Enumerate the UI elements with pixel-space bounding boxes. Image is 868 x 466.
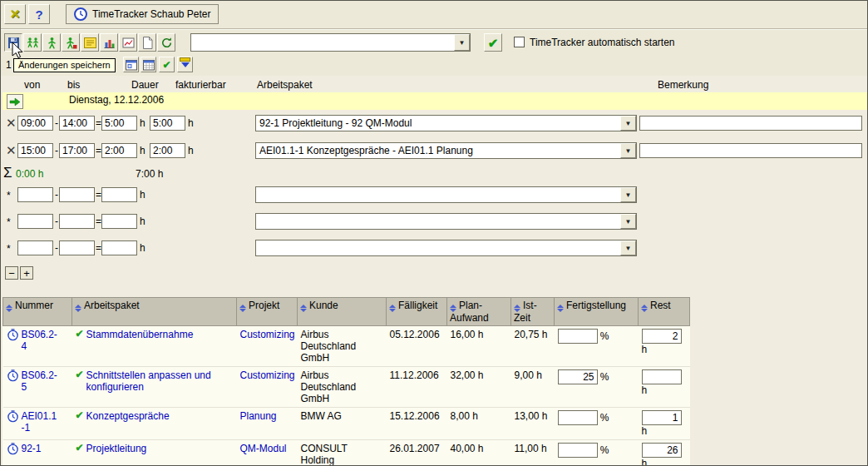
fakturierbar-input[interactable] [150, 116, 185, 131]
stop-recording-button[interactable] [62, 33, 80, 52]
dropdown-arrow-icon[interactable]: ▼ [620, 187, 636, 202]
notes-button[interactable] [81, 33, 99, 52]
arbeitspaket-select[interactable]: ▼ [255, 213, 637, 230]
autostart-label[interactable]: TimeTracker automatisch starten [530, 37, 675, 48]
von-input[interactable] [17, 187, 53, 202]
dropdown-arrow-icon[interactable]: ▼ [620, 214, 636, 229]
sort-icon[interactable] [641, 305, 648, 312]
header-arbeitspaket[interactable]: Arbeitspaket [72, 298, 237, 326]
project-link[interactable]: Customizing [240, 369, 295, 381]
bis-input[interactable] [59, 240, 95, 255]
apply-button[interactable]: ✔ [159, 57, 175, 72]
chart-button[interactable] [100, 33, 118, 52]
bis-input[interactable] [59, 214, 95, 229]
expand-all-button[interactable] [177, 57, 193, 72]
bis-input[interactable] [59, 116, 95, 131]
arbeitspaket-select[interactable]: ▼ [255, 186, 637, 203]
report-button[interactable] [119, 33, 137, 52]
project-link[interactable]: Planung [240, 410, 277, 422]
sort-icon[interactable] [75, 305, 81, 312]
dauer-input[interactable] [101, 187, 137, 202]
book-check-icon[interactable]: ✔ [76, 443, 84, 454]
book-check-icon[interactable]: ✔ [76, 369, 84, 380]
week-view-button[interactable] [141, 57, 156, 72]
header-plan-aufwand[interactable]: Plan-Aufwand [447, 298, 511, 326]
task-number-link[interactable]: BS06.2-5 [22, 369, 60, 393]
von-input[interactable] [17, 240, 53, 255]
dropdown-arrow-icon[interactable]: ▼ [620, 143, 636, 158]
remove-row-button[interactable]: − [5, 266, 18, 280]
header-faelligkeit[interactable]: Fälligkeit [387, 298, 447, 326]
fakturierbar-input[interactable] [150, 143, 185, 158]
delete-row-icon[interactable]: ✕ [6, 144, 17, 156]
arbeitspaket-select[interactable]: ▼ [255, 240, 637, 256]
start-timer-icon[interactable] [7, 329, 19, 341]
exit-button[interactable]: ✕ [4, 4, 26, 24]
von-input[interactable] [17, 143, 53, 158]
new-entry-button[interactable] [138, 33, 156, 52]
workpackage-link[interactable]: Schnittstellen anpassen und konfiguriere… [86, 369, 234, 393]
dropdown-arrow-icon[interactable]: ▼ [454, 34, 470, 51]
fertigstellung-input[interactable] [558, 329, 598, 344]
header-fertigstellung[interactable]: Fertigstellung [555, 298, 639, 326]
team-button[interactable] [23, 33, 42, 52]
rest-input[interactable] [642, 443, 682, 458]
task-number-link[interactable]: 92-1 [22, 443, 60, 454]
sort-icon[interactable] [239, 305, 246, 312]
refresh-button[interactable] [157, 33, 175, 52]
project-link[interactable]: Customizing [240, 329, 295, 340]
fertigstellung-input[interactable] [558, 443, 598, 458]
start-recording-button[interactable] [42, 33, 61, 52]
start-timer-icon[interactable] [7, 443, 19, 455]
workpackage-link[interactable]: Stammdatenübernahme [86, 329, 194, 340]
dropdown-arrow-icon[interactable]: ▼ [620, 240, 636, 255]
workpackage-link[interactable]: Konzeptgespräche [86, 410, 170, 422]
rest-input[interactable] [642, 410, 682, 425]
rest-input[interactable] [642, 329, 682, 344]
sort-icon[interactable] [6, 305, 12, 312]
autostart-checkbox[interactable] [514, 37, 525, 47]
dauer-input[interactable] [101, 116, 137, 131]
delete-row-icon[interactable]: ✕ [6, 116, 17, 129]
header-kunde[interactable]: Kunde [298, 298, 387, 326]
dauer-input[interactable] [101, 240, 137, 255]
von-input[interactable] [17, 116, 53, 131]
workpackage-select[interactable]: ▼ [190, 33, 471, 52]
sort-icon[interactable] [450, 305, 456, 312]
start-timer-icon[interactable] [7, 410, 19, 423]
header-projekt[interactable]: Projekt [237, 298, 298, 326]
start-timer-icon[interactable] [7, 369, 19, 382]
sort-icon[interactable] [389, 305, 396, 312]
help-button[interactable]: ? [28, 4, 50, 24]
header-nummer[interactable]: Nummer [3, 298, 72, 326]
bemerkung-input[interactable] [639, 143, 862, 158]
header-ist-zeit[interactable]: Ist-Zeit [511, 298, 555, 326]
arbeitspaket-select-value [256, 187, 620, 202]
dauer-input[interactable] [101, 143, 137, 158]
task-number-link[interactable]: BS06.2-4 [22, 329, 60, 352]
dropdown-arrow-icon[interactable]: ▼ [620, 116, 636, 131]
header-rest[interactable]: Rest [639, 298, 690, 326]
bis-input[interactable] [59, 187, 95, 202]
arbeitspaket-select[interactable]: 92-1 Projektleitung - 92 QM-Modul ▼ [255, 115, 637, 131]
sort-icon[interactable] [300, 305, 307, 312]
add-row-button[interactable]: + [20, 266, 33, 280]
start-day-button[interactable] [7, 94, 23, 109]
task-number-link[interactable]: AEI01.1-1 [22, 410, 60, 434]
workpackage-link[interactable]: Projektleitung [86, 443, 147, 454]
arbeitspaket-select[interactable]: AEI01.1-1 Konzeptgespräche - AEI01.1 Pla… [255, 142, 637, 159]
fertigstellung-input[interactable] [558, 410, 598, 425]
fertigstellung-input[interactable] [558, 369, 598, 384]
confirm-selection-button[interactable]: ✔ [484, 33, 502, 52]
sort-icon[interactable] [557, 305, 564, 312]
day-view-button[interactable] [123, 57, 139, 72]
von-input[interactable] [17, 214, 53, 229]
rest-input[interactable] [642, 369, 682, 384]
bemerkung-input[interactable] [639, 116, 862, 131]
sort-icon[interactable] [514, 305, 520, 312]
dauer-input[interactable] [101, 214, 137, 229]
bis-input[interactable] [59, 143, 95, 158]
book-check-icon[interactable]: ✔ [76, 410, 84, 421]
book-check-icon[interactable]: ✔ [76, 329, 84, 340]
project-link[interactable]: QM-Modul [240, 443, 287, 454]
